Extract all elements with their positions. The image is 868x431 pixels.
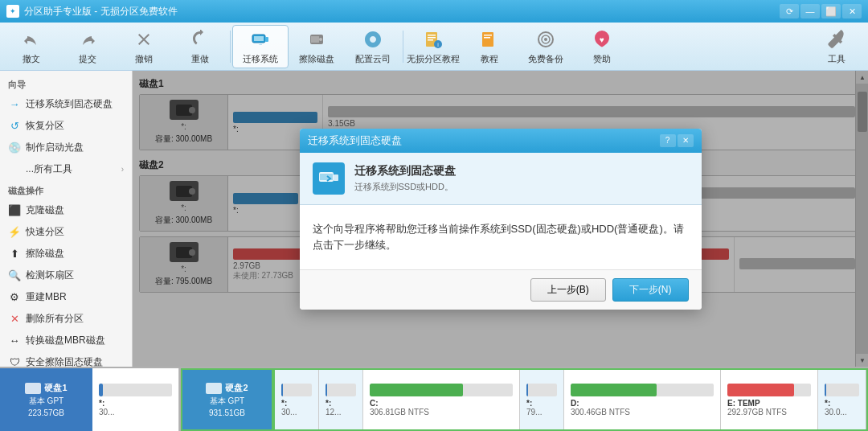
sidebar-item-alltools[interactable]: ...所有工具 › xyxy=(0,158,132,180)
bottom-d1-bar-container xyxy=(99,384,172,396)
undo-icon xyxy=(20,28,43,51)
toolbar-guide[interactable]: i 无损分区教程 xyxy=(405,25,461,68)
config-icon xyxy=(362,28,384,51)
toolbar-undo[interactable]: 撤文 xyxy=(3,25,59,68)
modal-next-btn[interactable]: 下一步(N) xyxy=(612,278,689,302)
window-controls: ⟳ — ⬜ ✕ xyxy=(780,4,862,18)
sidebar-item-deleteall[interactable]: ✕ 删除所有分区 xyxy=(0,308,132,330)
sidebar-item-badsector[interactable]: 🔍 检测坏扇区 xyxy=(0,265,132,286)
bottom-d1-info: 30... xyxy=(99,408,172,417)
sidebar-item-migrate[interactable]: → 迁移系统到固态硬盘 xyxy=(0,93,132,115)
svg-point-18 xyxy=(544,38,547,41)
modal-header-title: 迁移系统到固态硬盘 xyxy=(354,164,456,179)
hdd2-icon-small xyxy=(206,383,222,394)
toolbar-forward-label: 重做 xyxy=(191,53,209,65)
toolbar-wipe[interactable]: 擦除磁盘 xyxy=(289,25,345,68)
modal-body: 这个向导程序将帮助您迁移当前操作系统到SSD(固态硬盘)或HDD(普通硬盘)。请… xyxy=(300,205,702,269)
modal-prev-btn[interactable]: 上一步(B) xyxy=(530,278,606,302)
bottom-d2-d[interactable]: D: 300.46GB NTFS xyxy=(564,370,721,429)
arrow-right-icon: → xyxy=(8,98,21,111)
modal-title-text: 迁移系统到固态硬盘 xyxy=(308,133,658,148)
tools-icon xyxy=(825,28,848,51)
bottom-d1-bar xyxy=(99,384,103,396)
toolbar-cancel-label: 撤销 xyxy=(135,53,153,65)
sidebar-item-clone[interactable]: ⬛ 克隆磁盘 xyxy=(0,199,132,221)
sidebar-convertmbr-label: 转换磁盘MBR磁盘 xyxy=(26,334,105,347)
sidebar-section-diskops: 磁盘操作 xyxy=(0,180,132,199)
sidebar-deleteall-label: 删除所有分区 xyxy=(26,312,84,326)
bottom-d2-last[interactable]: *: 30.0... xyxy=(818,370,866,429)
svg-text:♥: ♥ xyxy=(600,35,604,44)
bottom-disk1-part1[interactable]: *: 30... xyxy=(92,368,179,431)
app-icon: ✦ xyxy=(6,5,19,18)
delete-icon: ✕ xyxy=(8,313,21,326)
toolbar-help-label: 赞助 xyxy=(593,53,611,65)
toolbar-help[interactable]: ♥ 赞助 xyxy=(574,25,630,68)
modal-close-btn[interactable]: ✕ xyxy=(678,134,694,147)
modal-help-btn[interactable]: ? xyxy=(660,134,676,147)
sidebar-item-recover[interactable]: ↺ 恢复分区 xyxy=(0,115,132,137)
modal-dialog: 迁移系统到固态硬盘 ? ✕ 迁移系统到固态硬盘 xyxy=(300,129,702,310)
toolbar-config-label: 配置云司 xyxy=(355,53,391,65)
toolbar-wipe-label: 擦除磁盘 xyxy=(299,53,334,65)
toolbar-cancel[interactable]: 撤销 xyxy=(116,25,172,68)
toolbar-config[interactable]: 配置云司 xyxy=(345,25,401,68)
bottom-disk2-info: 硬盘2 基本 GPT 931.51GB xyxy=(181,368,273,431)
refresh-btn[interactable]: ⟳ xyxy=(780,4,799,18)
sidebar-item-rebuildmbr[interactable]: ⚙ 重建MBR xyxy=(0,286,132,308)
sidebar-migrate-label: 迁移系统到固态硬盘 xyxy=(26,97,113,111)
help-icon: ♥ xyxy=(591,28,613,51)
toolbar-sep1 xyxy=(230,31,231,63)
bottom-d2-part2[interactable]: *: 12... xyxy=(319,370,363,429)
clone-icon: ⬛ xyxy=(8,204,21,217)
toolbar-redo-label: 提交 xyxy=(79,53,96,65)
sidebar-badsector-label: 检测坏扇区 xyxy=(26,269,74,282)
svg-rect-9 xyxy=(428,37,436,39)
bottom-d2-e[interactable]: E: TEMP 292.97GB NTFS xyxy=(721,370,818,429)
modal-overlay: 迁移系统到固态硬盘 ? ✕ 迁移系统到固态硬盘 xyxy=(133,71,868,367)
toolbar-backup-label: 免费备份 xyxy=(528,53,563,65)
modal-header-icon xyxy=(313,162,345,195)
toolbar-tools[interactable]: 工具 xyxy=(809,25,865,68)
recover-icon: ↺ xyxy=(8,120,21,133)
app-title: 分区助手专业版 - 无损分区免费软件 xyxy=(24,5,178,18)
lightning-icon: ⚡ xyxy=(8,226,21,239)
bottom-disk1-label: 硬盘1 xyxy=(44,382,67,394)
gear-icon: ⚙ xyxy=(8,291,21,304)
wipe-disk-icon: ⬆ xyxy=(8,248,21,261)
toolbar-sep2 xyxy=(403,31,403,63)
toolbar-redo[interactable]: 提交 xyxy=(59,25,116,68)
modal-footer: 上一步(B) 下一步(N) xyxy=(300,269,702,310)
svg-point-5 xyxy=(319,38,322,41)
migrate-icon: → xyxy=(249,28,272,51)
toolbar-migrate[interactable]: → 迁移系统 xyxy=(232,25,289,68)
toolbar-tutorial[interactable]: 教程 xyxy=(461,25,518,68)
sidebar-item-bootdisk[interactable]: 💿 制作启动光盘 xyxy=(0,137,132,158)
bottom-d2-c[interactable]: C: 306.81GB NTFS xyxy=(363,370,520,429)
close-btn[interactable]: ✕ xyxy=(842,4,862,18)
bottom-d2-part4[interactable]: *: 79... xyxy=(520,370,564,429)
toolbar-tutorial-label: 教程 xyxy=(481,53,498,65)
sidebar-item-quickpart[interactable]: ⚡ 快速分区 xyxy=(0,221,132,243)
minimize-btn[interactable]: — xyxy=(800,4,820,18)
bottom-d1-label: *: xyxy=(99,399,172,408)
sidebar-item-convertmbr[interactable]: ↔ 转换磁盘MBR磁盘 xyxy=(0,330,132,351)
restore-btn[interactable]: ⬜ xyxy=(821,4,841,18)
sidebar-item-wipedisk[interactable]: ⬆ 擦除磁盘 xyxy=(0,243,132,265)
svg-rect-13 xyxy=(482,32,493,47)
modal-header-text: 迁移系统到固态硬盘 迁移系统到SSD或HDD。 xyxy=(354,164,456,193)
sidebar-item-wipessd[interactable]: 🛡 安全擦除固态硬盘 xyxy=(0,351,132,367)
bottom-disk2-parts: *: 30... *: 12... C: 306.81GB NTFS *: 79… xyxy=(273,368,868,431)
svg-rect-14 xyxy=(484,35,492,36)
toolbar-backup[interactable]: 免费备份 xyxy=(518,25,574,68)
svg-rect-22 xyxy=(334,174,338,181)
sidebar-quickpart-label: 快速分区 xyxy=(26,225,64,239)
bottom-d2-part1[interactable]: *: 30... xyxy=(275,370,319,429)
svg-rect-8 xyxy=(428,35,436,36)
toolbar-forward[interactable]: 重做 xyxy=(172,25,228,68)
svg-rect-15 xyxy=(484,37,490,39)
svg-rect-6 xyxy=(311,36,319,43)
wipe-icon xyxy=(305,28,328,51)
sidebar-recover-label: 恢复分区 xyxy=(26,119,64,133)
forward-icon xyxy=(189,28,211,51)
